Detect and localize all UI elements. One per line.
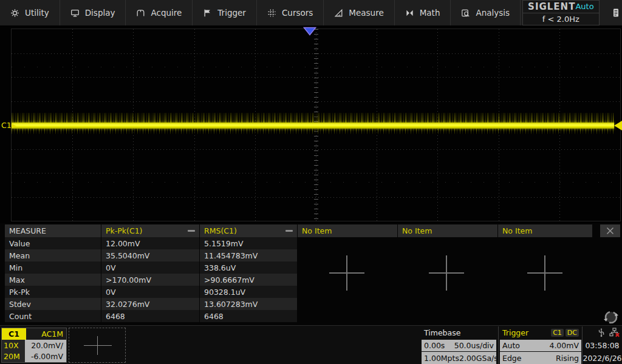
top-menu-bar: Utility Display Acquire Trigger Cursors … xyxy=(0,0,622,27)
measure-value: 35.5040mV xyxy=(101,249,199,261)
add-measurement-button[interactable] xyxy=(527,255,562,291)
measure-value: 0V xyxy=(101,261,199,274)
waveform-display: C1▶ xyxy=(0,27,622,223)
measure-row-label: Value xyxy=(5,237,101,249)
measure-close-button[interactable] xyxy=(600,224,620,237)
menu-label: Measure xyxy=(349,8,383,18)
channel-coupling: AC1M xyxy=(26,328,66,340)
add-channel-button[interactable] xyxy=(69,328,126,363)
timebase-scale: 50.0us/div xyxy=(454,341,494,350)
measure-value: 5.1519mV xyxy=(200,237,297,249)
menu-label: Analysis xyxy=(476,8,510,18)
system-status-panel: 03:58:08 2022/6/26 xyxy=(582,326,622,364)
add-measurement-button[interactable] xyxy=(429,255,464,291)
measure-value: >90.6667mV xyxy=(200,274,297,286)
measure-col-empty-2[interactable]: No Item xyxy=(398,224,497,237)
measure-value: 13.607283mV xyxy=(200,298,297,310)
channel-row: 10X 20.0mV/ xyxy=(2,340,66,351)
status-bar: C1 AC1M 10X 20.0mV/ 20M -6.00mV Timebase… xyxy=(0,325,622,364)
system-date: 2022/6/26 xyxy=(583,352,622,364)
menu-label: Display xyxy=(85,8,115,18)
measure-row-label: Stdev xyxy=(5,298,101,310)
menu-measure[interactable]: Measure xyxy=(324,0,394,25)
menu-cursors[interactable]: Cursors xyxy=(257,0,324,25)
measure-value: 6468 xyxy=(200,310,297,322)
trace-noise-lower xyxy=(12,129,614,134)
minus-icon[interactable] xyxy=(188,230,195,232)
document-icon xyxy=(612,8,620,18)
trigger-source-badge: C1 xyxy=(551,329,564,337)
menu-acquire[interactable]: Acquire xyxy=(126,0,193,25)
menu-label: Utility xyxy=(25,8,49,18)
measure-row-label: Pk-Pk xyxy=(5,286,101,298)
timebase-title: Timebase xyxy=(424,328,460,337)
circular-arrows-icon[interactable] xyxy=(604,310,618,325)
menu-analysis[interactable]: Analysis xyxy=(451,0,521,25)
measure-value: 90328.1uV xyxy=(200,286,297,298)
channel-offset: -6.00mV xyxy=(25,351,66,362)
measure-row-label: Mean xyxy=(5,249,101,261)
menu-display[interactable]: Display xyxy=(60,0,126,25)
channel-marker-arrow-icon: ▶ xyxy=(12,123,16,129)
menu-trigger[interactable]: Trigger xyxy=(193,0,257,25)
acquisition-status[interactable]: Auto xyxy=(575,2,593,11)
channel-name-badge: C1 xyxy=(2,328,26,340)
menu-math[interactable]: Math xyxy=(395,0,451,25)
measure-value: 338.6uV xyxy=(200,261,297,274)
display-icon xyxy=(70,8,80,18)
measure-col-pkpk[interactable]: Pk-Pk(C1) xyxy=(101,224,199,237)
flag-icon xyxy=(203,8,212,18)
channel-marker-label: C1 xyxy=(1,121,12,130)
measure-row-label: Max xyxy=(5,274,101,286)
timebase-delay: 0.00s xyxy=(424,341,445,350)
timebase-samplerate: 2.00GSa/s xyxy=(459,354,498,363)
measure-icon xyxy=(334,8,343,18)
menu-label: Acquire xyxy=(151,8,182,18)
gear-icon xyxy=(10,8,19,18)
active-channel-menu[interactable]: C1 xyxy=(600,0,622,25)
frequency-readout: f < 2.0Hz xyxy=(523,13,598,25)
measure-value: 12.00mV xyxy=(101,237,199,249)
menu-label: Cursors xyxy=(282,8,313,18)
trigger-slope: Rising xyxy=(556,354,579,363)
menu-utility[interactable]: Utility xyxy=(0,0,60,25)
trigger-coupling-badge: DC xyxy=(566,329,579,337)
measure-value: 32.0276mV xyxy=(101,298,199,310)
trigger-type: Edge xyxy=(502,354,521,363)
measure-col-rms[interactable]: RMS(C1) xyxy=(200,224,297,237)
close-icon xyxy=(606,226,615,235)
measure-title: MEASURE xyxy=(5,224,101,237)
measure-value: 11.454783mV xyxy=(200,249,297,261)
channel-probe: 10X xyxy=(2,340,25,351)
trigger-mode: Auto xyxy=(502,341,520,350)
trigger-panel[interactable]: Trigger C1 DC Auto 4.00mV Edge Rising xyxy=(498,326,581,364)
timebase-memory: 1.00Mpts xyxy=(424,354,459,363)
minus-icon[interactable] xyxy=(285,230,293,232)
measure-row-label: Min xyxy=(5,261,101,274)
measure-row-label: Count xyxy=(5,310,101,322)
acquisition-status-box: SIGLENT Auto f < 2.0Hz xyxy=(522,0,599,25)
channel1-offset-marker[interactable]: C1▶ xyxy=(1,121,16,130)
channel-bandwidth: 20M xyxy=(2,351,25,362)
channel1-trace[interactable] xyxy=(12,123,614,129)
channel-scale: 20.0mV/ xyxy=(25,340,66,351)
channel1-descriptor[interactable]: C1 AC1M 10X 20.0mV/ 20M -6.00mV xyxy=(1,328,67,363)
trigger-level-icon[interactable] xyxy=(614,121,622,130)
menu-label: Math xyxy=(420,8,440,18)
add-measurement-button[interactable] xyxy=(329,255,364,291)
trigger-title: Trigger xyxy=(502,328,528,337)
measure-value: 6468 xyxy=(101,310,199,322)
channel-row: C1 AC1M xyxy=(2,328,66,340)
timebase-panel[interactable]: Timebase 0.00s 50.0us/div 1.00Mpts 2.00G… xyxy=(422,326,496,364)
acquire-icon xyxy=(136,8,145,18)
trace-noise-upper xyxy=(12,113,614,123)
measure-col-empty-3[interactable]: No Item xyxy=(498,224,592,237)
usb-icon xyxy=(597,328,606,337)
menu-label: Trigger xyxy=(217,8,246,18)
channel-row: 20M -6.00mV xyxy=(2,351,66,362)
measure-col-empty-1[interactable]: No Item xyxy=(298,224,397,237)
siglent-logo: SIGLENT xyxy=(528,1,575,12)
trigger-position-icon[interactable] xyxy=(303,27,316,36)
measure-value: 0V xyxy=(101,286,199,298)
analysis-icon xyxy=(461,8,470,18)
